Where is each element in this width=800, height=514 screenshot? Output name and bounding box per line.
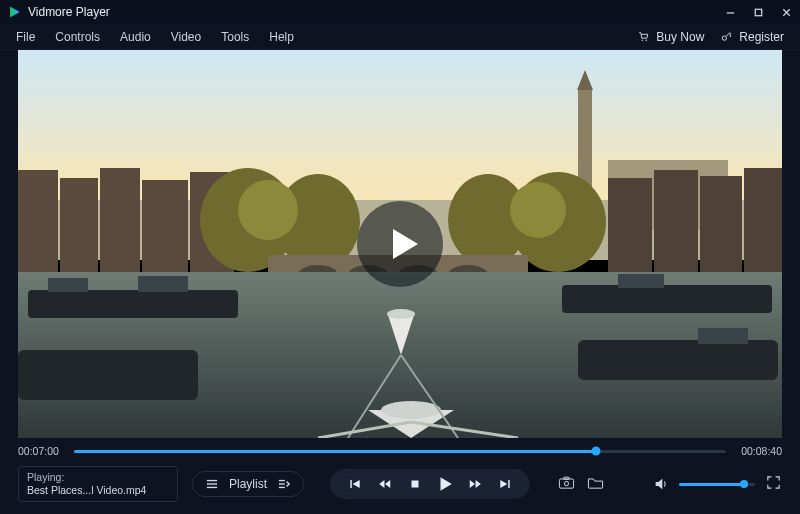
fast-forward-button[interactable] (466, 475, 484, 493)
time-duration: 00:08:40 (736, 445, 782, 457)
svg-marker-61 (476, 480, 481, 488)
menu-tools[interactable]: Tools (211, 26, 259, 48)
svg-rect-36 (562, 285, 772, 313)
close-button[interactable] (772, 0, 800, 24)
queue-icon (277, 478, 291, 490)
seek-track[interactable] (74, 450, 726, 453)
svg-marker-60 (470, 480, 475, 488)
volume-icon[interactable] (653, 476, 669, 492)
titlebar: Vidmore Player (0, 0, 800, 24)
volume-fill (679, 483, 744, 486)
svg-rect-40 (138, 276, 188, 292)
seek-fill (74, 450, 596, 453)
menu-icon (205, 478, 219, 490)
playlist-button[interactable]: Playlist (192, 471, 304, 497)
svg-rect-39 (48, 278, 88, 292)
app-logo: Vidmore Player (8, 5, 110, 19)
menubar: File Controls Audio Video Tools Help Buy… (0, 24, 800, 50)
svg-marker-59 (441, 477, 452, 491)
svg-marker-55 (353, 480, 360, 488)
seek-bar: 00:07:00 00:08:40 (0, 442, 800, 460)
svg-rect-41 (618, 274, 664, 288)
key-icon (720, 30, 733, 43)
playlist-label: Playlist (229, 477, 267, 491)
menu-controls[interactable]: Controls (45, 26, 110, 48)
svg-rect-42 (698, 328, 748, 344)
svg-rect-35 (28, 290, 238, 318)
control-bar: Playing: Best Places...l Video.mp4 Playl… (0, 460, 800, 508)
fullscreen-button[interactable] (765, 474, 782, 495)
svg-point-44 (387, 309, 415, 319)
cart-icon (637, 30, 650, 43)
minimize-button[interactable] (716, 0, 744, 24)
buy-now-label: Buy Now (656, 30, 704, 44)
now-playing-panel: Playing: Best Places...l Video.mp4 (18, 466, 178, 502)
video-area[interactable] (18, 50, 782, 438)
window-controls (716, 0, 800, 24)
menu-audio[interactable]: Audio (110, 26, 161, 48)
svg-rect-38 (18, 350, 198, 400)
play-button[interactable] (436, 475, 454, 493)
utility-buttons (558, 475, 604, 494)
menu-help[interactable]: Help (259, 26, 304, 48)
volume-knob[interactable] (740, 480, 748, 488)
next-button[interactable] (496, 475, 514, 493)
svg-point-8 (722, 36, 726, 40)
svg-rect-66 (564, 477, 570, 479)
time-current: 00:07:00 (18, 445, 64, 457)
svg-rect-58 (412, 481, 419, 488)
svg-marker-47 (393, 229, 418, 259)
svg-point-28 (510, 182, 566, 238)
svg-marker-56 (379, 480, 384, 488)
svg-point-65 (564, 481, 568, 485)
now-playing-label: Playing: (27, 471, 169, 484)
now-playing-file: Best Places...l Video.mp4 (27, 484, 169, 497)
transport-controls (330, 469, 530, 499)
snapshot-button[interactable] (558, 475, 575, 494)
svg-point-27 (238, 180, 298, 240)
open-folder-button[interactable] (587, 475, 604, 494)
previous-button[interactable] (346, 475, 364, 493)
stop-button[interactable] (406, 475, 424, 493)
buy-now-button[interactable]: Buy Now (637, 30, 704, 44)
svg-rect-64 (559, 478, 573, 487)
big-play-button[interactable] (357, 201, 443, 287)
svg-point-6 (642, 40, 644, 42)
svg-rect-22 (744, 168, 782, 290)
svg-point-7 (646, 40, 648, 42)
menu-video[interactable]: Video (161, 26, 211, 48)
logo-icon (8, 5, 22, 19)
play-icon (383, 224, 423, 264)
svg-rect-3 (755, 9, 761, 15)
rewind-button[interactable] (376, 475, 394, 493)
seek-knob[interactable] (591, 447, 600, 456)
svg-rect-54 (350, 480, 351, 488)
svg-marker-57 (385, 480, 390, 488)
maximize-button[interactable] (744, 0, 772, 24)
svg-rect-37 (578, 340, 778, 380)
menu-file[interactable]: File (6, 26, 45, 48)
register-button[interactable]: Register (720, 30, 784, 44)
register-label: Register (739, 30, 784, 44)
svg-point-46 (381, 401, 441, 419)
volume-track[interactable] (679, 483, 755, 486)
app-title: Vidmore Player (28, 5, 110, 19)
svg-marker-1 (10, 7, 16, 18)
volume-area (653, 474, 782, 495)
svg-marker-62 (500, 480, 507, 488)
svg-rect-63 (508, 480, 509, 488)
svg-rect-16 (100, 168, 140, 290)
